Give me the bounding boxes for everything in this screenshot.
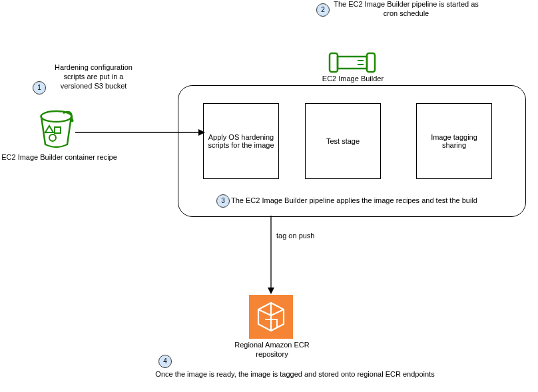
architecture-diagram: 2 The EC2 Image Builder pipeline is star… bbox=[0, 0, 538, 392]
stage-b-text: Test stage bbox=[326, 137, 360, 145]
step-4-text: Once the image is ready, the image is ta… bbox=[155, 370, 435, 379]
svg-marker-1 bbox=[45, 126, 53, 132]
arrow-recipe-to-pipeline bbox=[75, 128, 205, 137]
ecr-label: Regional Amazon ECR repository bbox=[230, 341, 314, 359]
arrow-pipeline-to-ecr bbox=[264, 216, 278, 294]
stage-test: Test stage bbox=[305, 103, 381, 179]
stage-tagging: Image tagging sharing bbox=[416, 103, 492, 179]
svg-point-0 bbox=[41, 111, 72, 122]
step-3-text: The EC2 Image Builder pipeline applies t… bbox=[231, 196, 477, 206]
ecr-icon bbox=[249, 295, 293, 341]
step-3-badge: 3 bbox=[216, 194, 230, 208]
svg-rect-6 bbox=[367, 53, 375, 72]
svg-rect-7 bbox=[338, 57, 367, 69]
svg-rect-2 bbox=[55, 127, 61, 133]
step-4-badge: 4 bbox=[158, 355, 172, 368]
svg-rect-5 bbox=[330, 53, 338, 72]
step-3-number: 3 bbox=[221, 197, 225, 204]
svg-marker-11 bbox=[198, 129, 205, 136]
step-2-number: 2 bbox=[321, 6, 325, 13]
recipe-label: EC2 Image Builder container recipe bbox=[0, 153, 119, 162]
pipeline-icon bbox=[328, 52, 376, 76]
step-1-text: Hardening configuration scripts are put … bbox=[52, 63, 135, 91]
stage-apply-hardening: Apply OS hardening scripts for the image bbox=[203, 103, 279, 179]
step-4-number: 4 bbox=[163, 357, 167, 365]
step-2-badge: 2 bbox=[316, 3, 330, 17]
step-1-number: 1 bbox=[37, 84, 41, 91]
stage-a-text: Apply OS hardening scripts for the image bbox=[206, 133, 276, 149]
s3-bucket-icon bbox=[38, 110, 75, 152]
svg-point-3 bbox=[49, 134, 56, 141]
step-2-text: The EC2 Image Builder pipeline is starte… bbox=[333, 0, 479, 19]
pipeline-container: Apply OS hardening scripts for the image… bbox=[178, 85, 526, 217]
step-1-badge: 1 bbox=[33, 81, 46, 95]
arrow-label: tag on push bbox=[276, 232, 330, 241]
svg-point-4 bbox=[71, 119, 74, 122]
svg-marker-13 bbox=[268, 288, 274, 294]
stage-c-text: Image tagging sharing bbox=[419, 133, 489, 149]
